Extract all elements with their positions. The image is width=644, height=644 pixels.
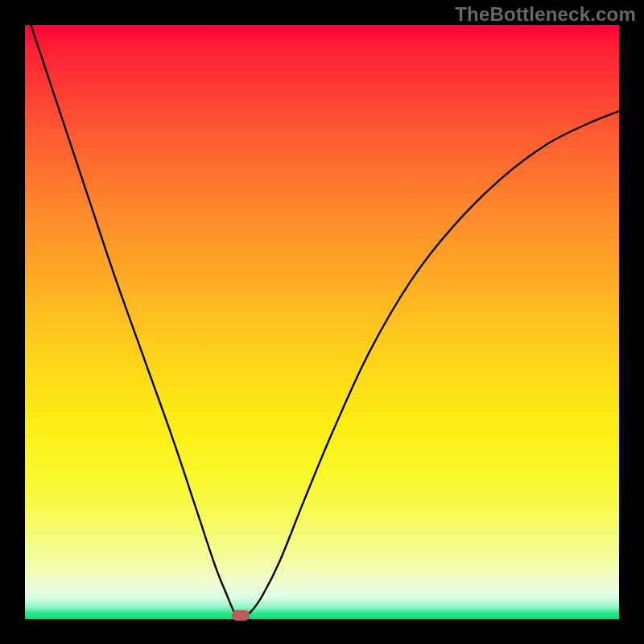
line-curve	[25, 25, 619, 619]
plot-area	[25, 25, 619, 619]
chart-frame: TheBottleneck.com	[0, 0, 644, 644]
watermark-text: TheBottleneck.com	[455, 3, 636, 26]
optimum-marker	[232, 610, 250, 621]
